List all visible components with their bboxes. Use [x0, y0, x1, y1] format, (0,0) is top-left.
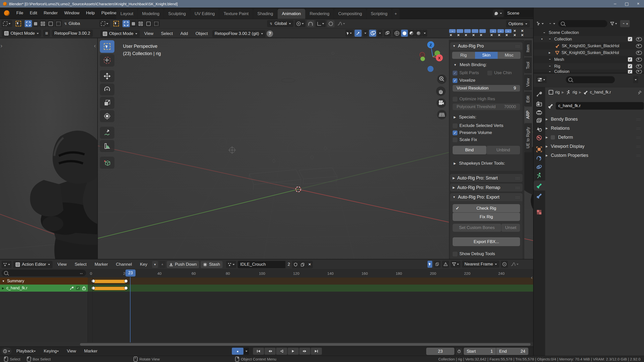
glitch-close-icon[interactable]: × — [480, 33, 482, 38]
shading-rendered[interactable] — [415, 30, 422, 37]
arp-remap-panel-header[interactable]: ▶Auto-Rig Pro: Remap :::: — [450, 184, 523, 192]
orientation-left-clipped[interactable]: ↯Globa — [64, 21, 80, 26]
channel-row-c-hand-fk-r[interactable]: ▶ c_hand_fk.r ✓ — [0, 285, 533, 292]
current-frame-line[interactable] — [130, 277, 131, 342]
gizmos-dropdown[interactable] — [363, 30, 368, 37]
sidebar-tab-ue-to-rigify[interactable]: UE to Rigify — [524, 123, 532, 152]
hide-eye-icon[interactable] — [636, 44, 642, 48]
scale-fix-checkbox[interactable] — [453, 138, 457, 142]
shading-dropdown[interactable] — [422, 30, 427, 37]
outliner-row-mesh-collection[interactable]: Mesh ✓ — [534, 56, 644, 63]
proportional-editing-toggle[interactable] — [327, 20, 334, 27]
collection-exclude-checkbox[interactable]: ✓ — [628, 37, 632, 41]
only-selected-toggle[interactable] — [427, 261, 432, 268]
current-frame-field[interactable]: 23 — [426, 348, 454, 355]
select-mode-set[interactable] — [25, 20, 32, 27]
dope-menu-view[interactable]: View — [54, 260, 70, 268]
tool-transform-button[interactable] — [100, 110, 114, 122]
timeline-menu-keying[interactable]: Keying — [40, 348, 62, 355]
arp-tab-skin[interactable]: Skin — [475, 52, 498, 59]
split-parts-checkbox[interactable]: ✓ — [453, 71, 457, 75]
glitch-pill[interactable] — [464, 29, 471, 33]
action-up-button[interactable]: ▼ — [159, 261, 165, 268]
arp-tab-misc[interactable]: Misc — [498, 52, 521, 59]
glitch-close-icon[interactable]: × — [513, 33, 516, 38]
preserve-volume-checkbox[interactable]: ✓ — [453, 130, 457, 135]
outliner-row-mesh-object[interactable]: ▶ SK_Knight00_Sunken_BlackHol — [534, 50, 644, 56]
jump-to-end-button[interactable] — [311, 348, 322, 355]
menu-window[interactable]: Window — [61, 9, 82, 17]
glitch-pill[interactable]: – — [449, 29, 456, 33]
workspace-tab-layout[interactable]: Layout — [116, 9, 138, 19]
keyframe[interactable] — [124, 286, 128, 290]
hide-eye-icon[interactable] — [636, 51, 642, 55]
tool-options-dropdown[interactable]: Options — [506, 20, 530, 27]
select-mode-extend[interactable] — [32, 20, 39, 27]
viewport-menu-select[interactable]: Select — [158, 30, 176, 38]
secondary-viewport[interactable]: › ‹ — [0, 38, 98, 259]
expand-icon[interactable]: ▼ — [2, 280, 5, 283]
glitch-pill[interactable] — [472, 29, 478, 33]
dope-region-chevron[interactable]: ‹ — [531, 275, 533, 280]
action-down-button[interactable]: ▼ — [152, 261, 158, 268]
object-visibility-dropdown[interactable] — [346, 30, 353, 37]
tool-annotate-button[interactable] — [100, 127, 114, 139]
check-rig-button[interactable]: ✓Check Rig — [453, 204, 520, 213]
voxel-resolution-field[interactable]: Voxel Resolution 9 — [453, 85, 520, 92]
current-frame-badge[interactable]: 23 — [125, 269, 136, 277]
glitch-close-icon[interactable]: × — [450, 33, 452, 38]
pan-button[interactable] — [436, 86, 446, 96]
active-tool-select-box[interactable] — [14, 20, 23, 27]
properties-tab-view-layer[interactable] — [536, 118, 542, 125]
deform-checkbox[interactable] — [551, 135, 555, 140]
action-name-field[interactable]: IDLE_Crouch — [238, 261, 285, 268]
ortho-toggle-button[interactable] — [437, 110, 447, 119]
unset-button[interactable]: Unset — [501, 224, 520, 232]
properties-tab-bone-constraints[interactable] — [536, 193, 542, 200]
properties-tab-output[interactable] — [536, 110, 542, 117]
collection-exclude-checkbox[interactable]: ✓ — [628, 64, 632, 68]
axis-dot[interactable] — [427, 66, 434, 72]
transform-orientation-dropdown[interactable]: ↯Global — [267, 20, 293, 27]
set-custom-bones-button[interactable]: Set Custom Bones — [453, 224, 501, 232]
properties-tab-tool[interactable] — [536, 91, 542, 98]
shading-wireframe[interactable] — [393, 30, 401, 37]
workspace-tab-shading[interactable]: Shading — [253, 9, 277, 19]
sidebar-tab-edit[interactable]: Edit — [524, 92, 532, 107]
keyframe-bar[interactable] — [93, 287, 126, 290]
add-workspace-button[interactable]: + — [392, 9, 400, 19]
channel-search-field[interactable]: ↔ — [2, 270, 86, 276]
channel-row-summary[interactable]: ▼ Summary — [0, 278, 533, 285]
workspace-tab-animation[interactable]: Animation — [278, 9, 305, 19]
properties-tab-physics[interactable] — [536, 164, 542, 171]
timeline-menu-playback[interactable]: Playback — [13, 348, 39, 355]
outliner-filter-dropdown[interactable] — [609, 20, 619, 27]
select-mode-subtract-main[interactable] — [137, 20, 144, 27]
outliner-display-mode-dropdown[interactable] — [535, 20, 545, 27]
voxelize-checkbox[interactable]: ✓ — [453, 78, 457, 83]
hide-eye-icon[interactable] — [636, 70, 642, 73]
retopoflow-help-button[interactable]: ? — [267, 30, 273, 37]
dope-menu-marker[interactable]: Marker — [91, 260, 111, 268]
properties-tab-object-data[interactable] — [536, 172, 542, 180]
filter-dropdown[interactable] — [451, 261, 460, 268]
panel-relations[interactable]: ▶Relations :::: — [546, 126, 643, 131]
end-frame-field[interactable]: End24 — [496, 348, 528, 355]
pivot-point-dropdown[interactable] — [295, 20, 305, 27]
optimize-high-res-checkbox[interactable] — [453, 97, 457, 102]
panel-deform[interactable]: ▶Deform :::: — [546, 135, 643, 140]
axis-neg-y-ball[interactable] — [420, 57, 425, 61]
use-preview-range-toggle[interactable] — [456, 348, 462, 355]
export-fbx-button[interactable]: Export FBX... — [453, 237, 520, 246]
arp-tab-rig[interactable]: Rig — [452, 52, 475, 59]
glitch-close-icon[interactable]: × — [465, 33, 467, 38]
dope-horizontal-scrollbar[interactable] — [80, 343, 531, 346]
panel-viewport-display[interactable]: ▶Viewport Display :::: — [546, 144, 643, 149]
prev-keyframe-button[interactable] — [265, 348, 276, 355]
shading-material[interactable] — [408, 30, 415, 37]
camera-view-button[interactable] — [437, 98, 446, 108]
active-tool-select-box-main[interactable] — [112, 20, 120, 27]
tool-measure-button[interactable] — [100, 140, 114, 152]
gizmos-toggle[interactable] — [355, 30, 362, 37]
collection-exclude-checkbox[interactable]: ✓ — [628, 57, 632, 62]
